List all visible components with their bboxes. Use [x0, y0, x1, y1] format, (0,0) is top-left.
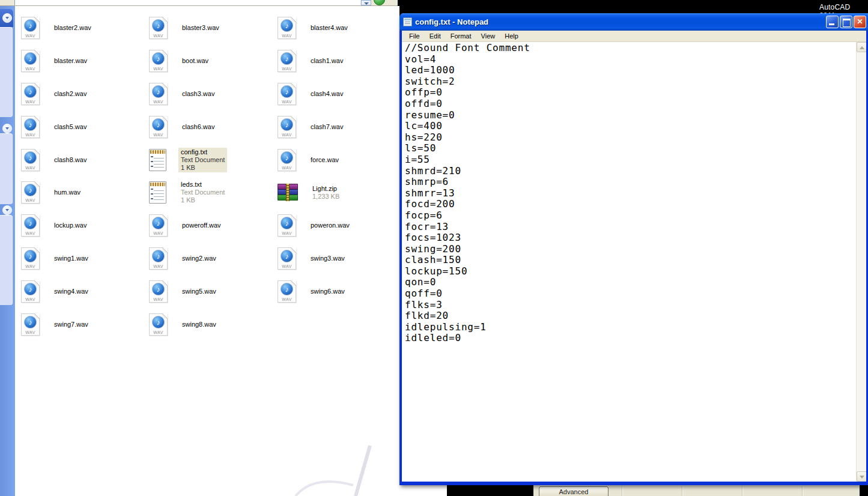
- file-name: config.txt: [181, 148, 225, 156]
- notepad-window: config.txt - Notepad ✕ FileEditFormatVie…: [399, 13, 868, 485]
- menu-item-file[interactable]: File: [404, 31, 425, 41]
- music-note-icon: ♪: [152, 85, 165, 98]
- scroll-up-icon[interactable]: [857, 42, 866, 52]
- wav-badge: WAV: [22, 133, 39, 137]
- notepad-text-line: qon=0: [405, 277, 530, 288]
- wav-badge: WAV: [150, 330, 167, 334]
- file-name: boot.wav: [182, 57, 208, 65]
- chevron-up-icon[interactable]: [2, 124, 12, 133]
- file-tile[interactable]: ♪WAVforce.wav: [278, 144, 396, 177]
- menu-item-help[interactable]: Help: [500, 31, 523, 41]
- notepad-text-line: idleled=0: [405, 333, 530, 344]
- txt-file-icon: [149, 181, 166, 204]
- wav-file-icon: ♪WAV: [21, 116, 40, 138]
- file-tile[interactable]: ♪WAVswing6.wav: [278, 275, 396, 308]
- file-tile[interactable]: ♪WAVclash2.wav: [21, 77, 149, 110]
- file-tile[interactable]: ♪WAVclash4.wav: [278, 77, 396, 110]
- file-label: clash5.wav: [54, 123, 86, 131]
- notepad-text-line: focr=13: [405, 222, 530, 233]
- wav-badge: WAV: [22, 100, 39, 104]
- file-label: clash7.wav: [311, 123, 343, 131]
- file-tile[interactable]: ♪WAVboot.wav: [149, 44, 278, 77]
- go-button-icon[interactable]: [374, 0, 385, 5]
- file-tile[interactable]: ♪WAVclash3.wav: [149, 77, 278, 110]
- menu-item-edit[interactable]: Edit: [425, 31, 446, 41]
- minimize-button[interactable]: [826, 16, 839, 28]
- file-tile[interactable]: ♪WAVclash7.wav: [278, 110, 396, 144]
- wav-file-icon: ♪WAV: [149, 116, 168, 138]
- file-name: clash7.wav: [311, 123, 343, 131]
- close-button[interactable]: ✕: [854, 16, 866, 28]
- notepad-text-area[interactable]: //Sound Font Commentvol=4led=1000switch=…: [402, 42, 866, 482]
- desktop: AutoCAD 2011 ♪WAVblaster2.wav♪WAVblaster…: [0, 0, 868, 496]
- file-tile[interactable]: ♪WAVblaster2.wav: [21, 11, 149, 44]
- file-name: clash3.wav: [182, 90, 214, 98]
- maximize-button[interactable]: [840, 16, 852, 28]
- file-name: poweroff.wav: [182, 222, 221, 229]
- menu-item-format[interactable]: Format: [446, 31, 476, 41]
- file-tile[interactable]: ♪WAVblaster3.wav: [149, 11, 278, 44]
- file-tile[interactable]: ♪WAVswing1.wav: [21, 242, 149, 275]
- vertical-scrollbar[interactable]: [856, 42, 866, 482]
- scroll-down-icon[interactable]: [857, 471, 866, 482]
- file-label: swing7.wav: [54, 321, 88, 328]
- notepad-text-line: hs=220: [405, 132, 530, 144]
- music-note-icon: ♪: [152, 250, 165, 262]
- notepad-text-line: lockup=150: [405, 266, 530, 277]
- file-tile[interactable]: ♪WAVclash6.wav: [149, 110, 278, 144]
- strip-divider: [682, 486, 683, 496]
- file-tile[interactable]: ♪WAVhum.wav: [21, 176, 149, 209]
- notepad-text-line: focp=6: [405, 210, 530, 222]
- chevron-up-icon[interactable]: [2, 205, 12, 215]
- file-tile[interactable]: Light.zip1,233 KB: [278, 176, 396, 209]
- wav-badge: WAV: [278, 34, 296, 38]
- zip-file-icon: [278, 184, 298, 201]
- task-pane-panel: [0, 215, 13, 305]
- menu-item-view[interactable]: View: [476, 31, 500, 41]
- file-meta: 1 KB: [181, 196, 225, 204]
- file-tile[interactable]: ♪WAVswing2.wav: [149, 242, 278, 275]
- file-label: blaster3.wav: [182, 24, 219, 32]
- file-tile[interactable]: ♪WAVclash8.wav: [21, 144, 149, 177]
- file-tile[interactable]: config.txtText Document1 KB: [149, 144, 278, 177]
- file-tile[interactable]: ♪WAVlockup.wav: [21, 209, 149, 242]
- close-icon: ✕: [854, 16, 866, 28]
- file-tile[interactable]: ♪WAVblaster4.wav: [278, 11, 396, 44]
- notepad-text-line: swing=200: [405, 244, 530, 255]
- file-tile[interactable]: ♪WAVswing3.wav: [278, 242, 396, 275]
- address-dropdown-icon[interactable]: [361, 0, 371, 5]
- wav-file-icon: ♪WAV: [278, 280, 296, 303]
- file-meta: Text Document: [181, 189, 225, 196]
- file-list-area[interactable]: ♪WAVblaster2.wav♪WAVblaster3.wav♪WAVblas…: [15, 6, 399, 496]
- wav-file-icon: ♪WAV: [21, 214, 40, 237]
- file-tile[interactable]: ♪WAVpoweron.wav: [278, 209, 396, 242]
- music-note-icon: ♪: [152, 19, 165, 32]
- file-label: swing8.wav: [182, 321, 216, 328]
- file-tile[interactable]: leds.txtText Document1 KB: [149, 176, 278, 209]
- notepad-text-line: flks=3: [405, 300, 530, 311]
- file-label: clash8.wav: [54, 156, 86, 164]
- file-tile[interactable]: ♪WAVswing5.wav: [149, 275, 278, 308]
- file-name: clash6.wav: [182, 123, 214, 131]
- wav-file-icon: ♪WAV: [278, 83, 296, 105]
- file-tile[interactable]: ♪WAVswing4.wav: [21, 275, 149, 308]
- file-tile[interactable]: ♪WAVclash5.wav: [21, 110, 149, 144]
- address-input[interactable]: [14, 0, 360, 5]
- wav-file-icon: ♪WAV: [278, 149, 296, 171]
- file-tile[interactable]: ♪WAVblaster.wav: [21, 44, 149, 77]
- file-label: blaster2.wav: [54, 24, 91, 32]
- file-label: poweroff.wav: [182, 222, 221, 229]
- file-tile[interactable]: ♪WAVclash1.wav: [278, 44, 396, 77]
- file-tile[interactable]: ♪WAVpoweroff.wav: [149, 209, 278, 242]
- file-name: swing7.wav: [54, 321, 88, 328]
- file-meta: 1,233 KB: [312, 193, 339, 201]
- notepad-title-bar[interactable]: config.txt - Notepad ✕: [399, 13, 868, 31]
- chevron-up-icon[interactable]: [2, 13, 12, 23]
- file-tile[interactable]: ♪WAVswing7.wav: [21, 308, 149, 341]
- wav-badge: WAV: [150, 133, 167, 137]
- advanced-button[interactable]: Advanced: [539, 486, 609, 496]
- file-tile[interactable]: ♪WAVswing8.wav: [149, 308, 278, 341]
- wav-file-icon: ♪WAV: [278, 50, 296, 72]
- wav-file-icon: ♪WAV: [149, 50, 168, 72]
- music-note-icon: ♪: [281, 283, 293, 295]
